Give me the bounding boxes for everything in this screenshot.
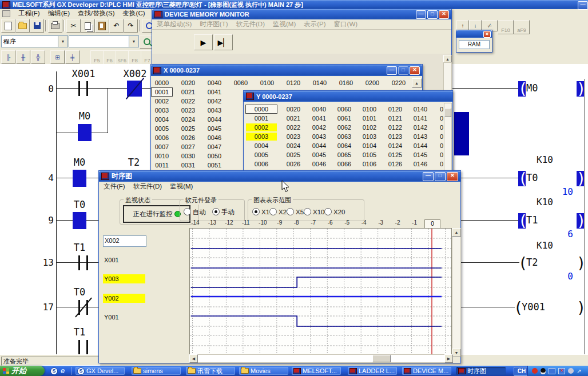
device-cell[interactable]: 0021: [283, 114, 304, 122]
x-window-titlebar[interactable]: X 0000-0237 — □ ✕: [151, 65, 422, 76]
radio-x10[interactable]: X10: [304, 206, 324, 217]
device-cell[interactable]: 0066: [334, 160, 355, 168]
device-cell[interactable]: 0023: [283, 133, 304, 141]
device-cell[interactable]: 0007: [152, 143, 172, 151]
device-cell[interactable]: 0025: [283, 151, 304, 159]
signal-label[interactable]: X001: [104, 257, 119, 263]
scrollbar-thumb[interactable]: [444, 108, 451, 117]
scroll-left-button[interactable]: ◀: [189, 354, 198, 363]
device-cell[interactable]: 0003: [152, 106, 172, 114]
taskbar-item-gx-developer[interactable]: SGX Devel...: [76, 367, 125, 375]
timing-hscrollbar[interactable]: [189, 354, 453, 363]
dmm-menu-window[interactable]: 窗口(W): [334, 20, 358, 29]
device-cell[interactable]: 0001: [151, 87, 173, 97]
contact-label-x002[interactable]: X002: [118, 68, 152, 79]
tray-network-icon[interactable]: [549, 368, 555, 374]
scroll-up-button[interactable]: ▲: [452, 228, 461, 237]
device-cell[interactable]: 0020: [283, 105, 304, 113]
device-cell[interactable]: 0146: [410, 160, 431, 168]
device-cell[interactable]: 0120: [283, 79, 304, 87]
device-cell[interactable]: 0040: [309, 105, 329, 113]
close-icon[interactable]: ✕: [410, 66, 420, 75]
device-cell[interactable]: 0041: [309, 114, 329, 122]
fkey-af9-button[interactable]: aF9: [514, 20, 530, 34]
start-button[interactable]: 开始: [0, 366, 45, 376]
print-button[interactable]: [48, 19, 62, 33]
device-cell[interactable]: 0104: [359, 142, 380, 150]
radio-x20[interactable]: X20: [324, 206, 345, 217]
device-cell[interactable]: 0143: [410, 133, 431, 141]
device-cell[interactable]: 0020: [178, 79, 198, 87]
device-cell[interactable]: 0031: [178, 161, 198, 169]
signal-label-on[interactable]: Y003: [103, 274, 145, 283]
timing-plot-area[interactable]: [189, 228, 452, 356]
device-cell[interactable]: 0121: [385, 114, 406, 122]
quick-launch-sogou-icon[interactable]: S: [50, 367, 58, 375]
device-cell[interactable]: 0002: [246, 123, 277, 131]
dmm-menu-monitor[interactable]: 监视(M): [273, 20, 296, 29]
redo-button[interactable]: ↷: [124, 19, 138, 33]
contact-label-t2[interactable]: T2: [122, 157, 145, 168]
device-cell[interactable]: 0041: [204, 88, 225, 96]
tray-arrow-icon[interactable]: ↗: [577, 368, 581, 374]
tray-qq-icon[interactable]: [541, 368, 546, 374]
main-minimize-button[interactable]: —: [578, 1, 588, 10]
device-cell[interactable]: 0042: [309, 123, 329, 131]
device-cell[interactable]: 0030: [178, 152, 198, 160]
close-icon[interactable]: ✕: [447, 172, 458, 181]
device-cell[interactable]: 0062: [334, 123, 355, 131]
device-cell[interactable]: 0100: [257, 79, 277, 87]
device-cell[interactable]: 0101: [359, 114, 380, 122]
device-cell[interactable]: 0044: [204, 115, 225, 123]
contact-label-t0[interactable]: T0: [68, 199, 91, 210]
device-cell[interactable]: 0002: [152, 97, 172, 105]
radio-x5[interactable]: X5: [287, 206, 304, 217]
taskbar-item-movies[interactable]: Movies: [239, 367, 288, 375]
device-cell[interactable]: 0026: [283, 160, 304, 168]
coil-label-t2[interactable]: T2: [526, 257, 549, 268]
device-cell[interactable]: 0006: [152, 134, 172, 142]
device-cell[interactable]: 0065: [334, 151, 355, 159]
device-cell[interactable]: 0022: [178, 97, 198, 105]
scrollbar-thumb[interactable]: [372, 355, 391, 362]
device-cell[interactable]: 0061: [334, 114, 355, 122]
device-cell[interactable]: 0160: [336, 79, 356, 87]
y-window-titlebar[interactable]: Y 0000-0237: [244, 91, 452, 102]
dmm-titlebar[interactable]: DEVICE MEMORY MONITOR — □ ✕: [152, 9, 451, 19]
signal-name-input[interactable]: X002: [103, 235, 146, 247]
fkey-sf6-button[interactable]: sF6: [116, 50, 129, 65]
device-cell[interactable]: 0100: [359, 105, 380, 113]
device-cell[interactable]: 0044: [309, 142, 329, 150]
close-icon[interactable]: ✕: [483, 31, 491, 38]
device-cell[interactable]: 0000: [152, 79, 172, 87]
dmm-menu-display[interactable]: 表示(P): [304, 20, 325, 29]
ram-titlebar[interactable]: ✕: [456, 30, 492, 38]
device-cell[interactable]: 0047: [204, 143, 225, 151]
paste-button[interactable]: [95, 19, 109, 33]
maximize-icon[interactable]: □: [435, 172, 446, 181]
device-cell[interactable]: 0024: [178, 115, 198, 123]
device-cell[interactable]: 0011: [152, 161, 172, 169]
device-cell[interactable]: 0000: [245, 105, 277, 114]
device-cell[interactable]: 0142: [410, 123, 431, 131]
coil-label-t0[interactable]: T0: [526, 172, 549, 183]
timing-vscrollbar[interactable]: [452, 228, 461, 357]
device-cell[interactable]: 0003: [246, 133, 277, 141]
fkey-f6-button[interactable]: F6: [103, 50, 116, 65]
cut-button[interactable]: ✂: [66, 19, 81, 33]
device-cell[interactable]: 0220: [388, 79, 409, 87]
device-cell[interactable]: 0004: [152, 115, 172, 123]
device-cell[interactable]: 0005: [152, 125, 172, 133]
menu-find-replace[interactable]: 查找/替换(S): [78, 9, 115, 18]
device-cell[interactable]: 0144: [410, 142, 431, 150]
device-cell[interactable]: 0004: [246, 142, 277, 150]
minimize-icon[interactable]: —: [387, 66, 397, 75]
no-contact-m0-energized[interactable]: [73, 170, 86, 187]
device-cell[interactable]: 0024: [283, 142, 304, 150]
signal-label-on[interactable]: Y002: [103, 294, 145, 303]
taskbar-item-device-monitor[interactable]: DEVICE M...: [402, 367, 451, 375]
device-cell[interactable]: 0125: [385, 151, 406, 159]
maximize-icon[interactable]: □: [427, 10, 438, 19]
fkey-f8-button[interactable]: F8: [128, 50, 141, 65]
taskbar-item-ladder-monitor[interactable]: LADDER L...: [348, 367, 397, 375]
